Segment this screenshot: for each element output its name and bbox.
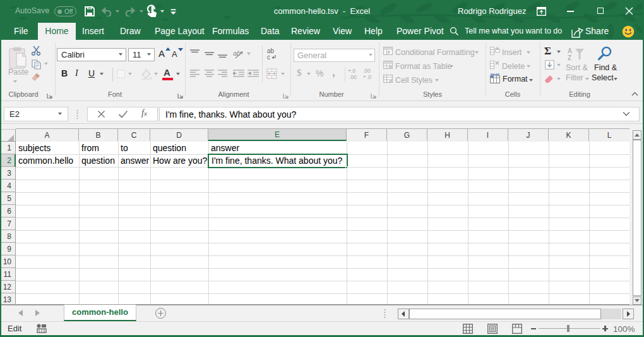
svg-text:.00: .00: [349, 74, 357, 80]
svg-text:Z: Z: [568, 54, 571, 61]
svg-text:c: c: [267, 54, 270, 60]
svg-text:≠: ≠: [388, 49, 391, 55]
svg-text:.0: .0: [351, 68, 355, 74]
svg-text:ab: ab: [233, 49, 241, 57]
svg-text:.0: .0: [367, 74, 371, 80]
svg-text:A: A: [568, 47, 572, 54]
svg-text:.00: .00: [363, 68, 371, 74]
